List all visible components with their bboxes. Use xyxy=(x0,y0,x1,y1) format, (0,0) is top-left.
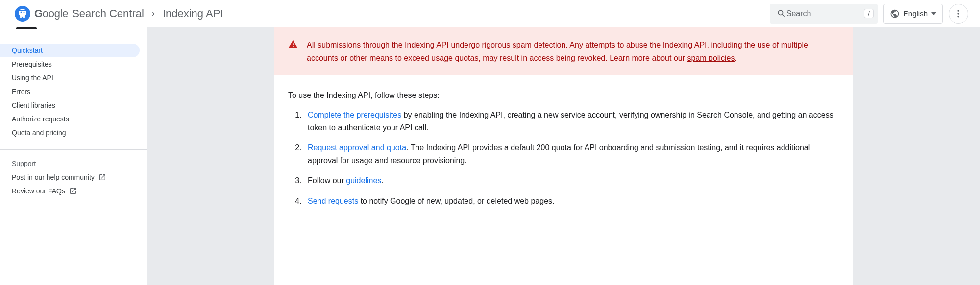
search-shortcut-key: / xyxy=(864,9,874,18)
support-list: Post in our help communityReview our FAQ… xyxy=(0,170,147,198)
nav-item-client-libraries[interactable]: Client libraries xyxy=(0,98,140,112)
external-link-icon xyxy=(98,173,106,181)
breadcrumb-page[interactable]: Indexing API xyxy=(163,7,223,20)
step-prefix: Follow our xyxy=(308,176,346,185)
more-options-button[interactable] xyxy=(949,4,968,24)
spam-policies-link[interactable]: spam policies xyxy=(687,54,735,62)
alert-text: All submissions through the Indexing API… xyxy=(307,38,839,65)
brand-rest: oogle xyxy=(43,7,68,20)
dropdown-arrow-icon xyxy=(931,12,936,15)
top-header: Google Search Central › Indexing API / E… xyxy=(0,0,980,27)
support-item-label: Review our FAQs xyxy=(12,187,65,195)
svg-point-1 xyxy=(21,11,22,13)
svg-point-4 xyxy=(957,10,959,11)
intro-text: To use the Indexing API, follow these st… xyxy=(274,75,853,107)
nav-item-using-the-api[interactable]: Using the API xyxy=(0,71,140,85)
globe-icon xyxy=(890,9,900,19)
brand-g: G xyxy=(34,7,43,20)
search-icon xyxy=(777,9,786,19)
svg-point-6 xyxy=(957,16,959,17)
nav-item-quota-and-pricing[interactable]: Quota and pricing xyxy=(0,126,140,140)
warning-icon xyxy=(288,39,298,65)
svg-rect-3 xyxy=(19,10,26,11)
step-link[interactable]: Request approval and quota xyxy=(308,143,406,152)
nav-list: QuickstartPrerequisitesUsing the APIErro… xyxy=(0,44,147,140)
language-selector[interactable]: English xyxy=(883,4,943,24)
tab-indicator xyxy=(16,27,37,29)
header-right: / English xyxy=(770,4,968,24)
support-item-review-our-faqs[interactable]: Review our FAQs xyxy=(0,184,140,198)
sidebar: QuickstartPrerequisitesUsing the APIErro… xyxy=(0,27,147,285)
steps-list: Complete the prerequisites by enabling t… xyxy=(274,107,853,229)
step-link[interactable]: guidelines xyxy=(346,176,381,185)
step-4: Send requests to notify Google of new, u… xyxy=(304,195,839,208)
external-link-icon xyxy=(69,187,77,195)
content-card: All submissions through the Indexing API… xyxy=(274,27,853,285)
alert-text-after: . xyxy=(735,54,736,62)
step-1: Complete the prerequisites by enabling t… xyxy=(304,109,839,134)
svg-point-2 xyxy=(24,11,25,13)
chevron-right-icon: › xyxy=(152,8,155,19)
content-wrap: All submissions through the Indexing API… xyxy=(147,27,980,285)
step-link[interactable]: Complete the prerequisites xyxy=(308,111,401,119)
support-item-label: Post in our help community xyxy=(12,173,95,181)
more-vert-icon xyxy=(954,9,963,19)
support-section-title: Support xyxy=(0,149,147,170)
header-left: Google Search Central › Indexing API xyxy=(15,6,223,22)
search-box[interactable]: / xyxy=(770,4,878,24)
support-item-post-in-our-help-community[interactable]: Post in our help community xyxy=(0,170,140,184)
nav-item-prerequisites[interactable]: Prerequisites xyxy=(0,57,140,71)
svg-point-5 xyxy=(957,13,959,14)
search-input[interactable] xyxy=(786,9,864,18)
brand-logo-text[interactable]: Google xyxy=(34,7,68,20)
step-link[interactable]: Send requests xyxy=(308,197,358,205)
body-wrap: QuickstartPrerequisitesUsing the APIErro… xyxy=(0,27,980,285)
nav-item-errors[interactable]: Errors xyxy=(0,85,140,98)
product-logo-icon[interactable] xyxy=(15,6,30,22)
warning-alert: All submissions through the Indexing API… xyxy=(274,27,853,75)
section-title[interactable]: Search Central xyxy=(72,7,144,20)
nav-item-quickstart[interactable]: Quickstart xyxy=(0,44,140,57)
step-3: Follow our guidelines. xyxy=(304,174,839,187)
step-2: Request approval and quota. The Indexing… xyxy=(304,142,839,166)
step-rest: to notify Google of new, updated, or del… xyxy=(358,197,554,205)
step-rest: . xyxy=(381,176,383,185)
nav-item-authorize-requests[interactable]: Authorize requests xyxy=(0,112,140,126)
language-label: English xyxy=(904,9,928,18)
